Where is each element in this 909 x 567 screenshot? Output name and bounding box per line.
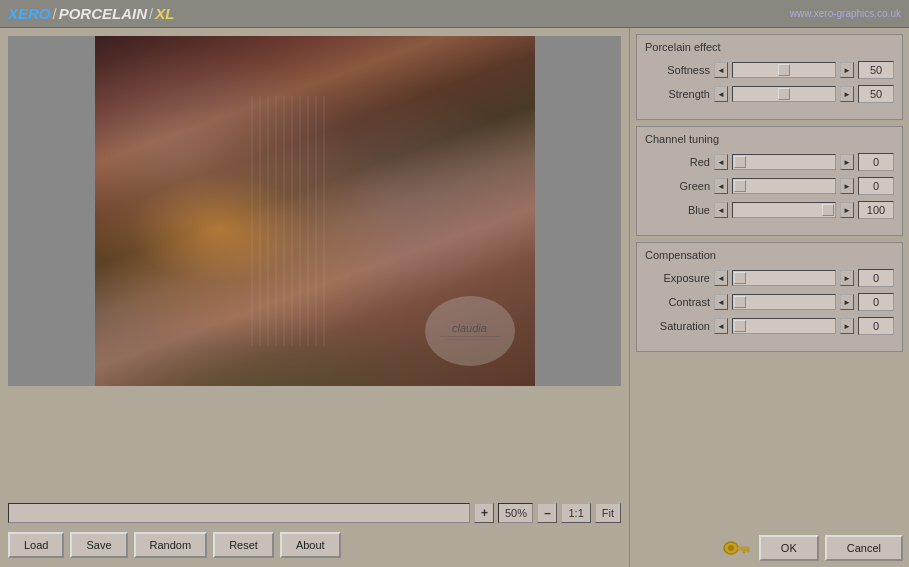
porcelain-effect-section: Porcelain effect Softness ◄ ► 50 Strengt… xyxy=(636,34,903,120)
save-button[interactable]: Save xyxy=(70,532,127,558)
saturation-value: 0 xyxy=(858,317,894,335)
channel-tuning-title: Channel tuning xyxy=(645,133,894,145)
key-icon xyxy=(721,536,753,560)
contrast-row: Contrast ◄ ► 0 xyxy=(645,293,894,311)
zoom-1to1-button[interactable]: 1:1 xyxy=(561,503,590,523)
ok-button[interactable]: OK xyxy=(759,535,819,561)
strength-slider[interactable] xyxy=(732,86,836,102)
zoom-minus-button[interactable]: – xyxy=(537,503,557,523)
contrast-right-arrow[interactable]: ► xyxy=(840,294,854,310)
zoom-controls: + 50% – 1:1 Fit xyxy=(8,501,621,525)
strength-left-arrow[interactable]: ◄ xyxy=(714,86,728,102)
zoom-bar xyxy=(8,503,470,523)
logo-slash2: / xyxy=(149,5,153,22)
softness-left-arrow[interactable]: ◄ xyxy=(714,62,728,78)
logo-xl: XL xyxy=(155,5,174,22)
saturation-right-arrow[interactable]: ► xyxy=(840,318,854,334)
green-left-arrow[interactable]: ◄ xyxy=(714,178,728,194)
saturation-left-arrow[interactable]: ◄ xyxy=(714,318,728,334)
about-button[interactable]: About xyxy=(280,532,341,558)
red-right-arrow[interactable]: ► xyxy=(840,154,854,170)
compensation-section: Compensation Exposure ◄ ► 0 Contrast ◄ ►… xyxy=(636,242,903,352)
softness-label: Softness xyxy=(645,64,710,76)
channel-tuning-section: Channel tuning Red ◄ ► 0 Green ◄ ► 0 xyxy=(636,126,903,236)
exposure-label: Exposure xyxy=(645,272,710,284)
red-left-arrow[interactable]: ◄ xyxy=(714,154,728,170)
contrast-left-arrow[interactable]: ◄ xyxy=(714,294,728,310)
load-button[interactable]: Load xyxy=(8,532,64,558)
logo-xero: XERO xyxy=(8,5,51,22)
compensation-title: Compensation xyxy=(645,249,894,261)
preview-image: claudia xyxy=(95,36,535,386)
svg-point-1 xyxy=(728,545,734,551)
svg-rect-2 xyxy=(737,547,749,550)
strength-label: Strength xyxy=(645,88,710,100)
saturation-slider[interactable] xyxy=(732,318,836,334)
contrast-label: Contrast xyxy=(645,296,710,308)
exposure-left-arrow[interactable]: ◄ xyxy=(714,270,728,286)
watermark: claudia xyxy=(425,296,515,366)
ok-cancel-row: OK Cancel xyxy=(636,535,903,561)
logo-porcelain: PORCELAIN xyxy=(59,5,147,22)
zoom-plus-button[interactable]: + xyxy=(474,503,494,523)
right-panel: Porcelain effect Softness ◄ ► 50 Strengt… xyxy=(629,28,909,567)
exposure-row: Exposure ◄ ► 0 xyxy=(645,269,894,287)
green-row: Green ◄ ► 0 xyxy=(645,177,894,195)
softness-value: 50 xyxy=(858,61,894,79)
preview-container: claudia xyxy=(8,36,621,386)
exposure-right-arrow[interactable]: ► xyxy=(840,270,854,286)
softness-row: Softness ◄ ► 50 xyxy=(645,61,894,79)
cancel-button[interactable]: Cancel xyxy=(825,535,903,561)
green-value: 0 xyxy=(858,177,894,195)
random-button[interactable]: Random xyxy=(134,532,208,558)
saturation-label: Saturation xyxy=(645,320,710,332)
red-value: 0 xyxy=(858,153,894,171)
main-area: claudia + 50% – 1:1 Fit Load Save Random xyxy=(0,28,909,567)
contrast-value: 0 xyxy=(858,293,894,311)
red-slider[interactable] xyxy=(732,154,836,170)
red-label: Red xyxy=(645,156,710,168)
green-slider[interactable] xyxy=(732,178,836,194)
preview-wrapper: claudia xyxy=(8,36,621,495)
left-panel: claudia + 50% – 1:1 Fit Load Save Random xyxy=(0,28,629,567)
logo-slash1: / xyxy=(53,5,57,22)
blue-label: Blue xyxy=(645,204,710,216)
title-bar: XERO / PORCELAIN / XL www.xero-graphics.… xyxy=(0,0,909,28)
exposure-slider[interactable] xyxy=(732,270,836,286)
right-spacer xyxy=(636,358,903,525)
blue-value: 100 xyxy=(858,201,894,219)
softness-slider[interactable] xyxy=(732,62,836,78)
title-url: www.xero-graphics.co.uk xyxy=(790,8,901,19)
softness-right-arrow[interactable]: ► xyxy=(840,62,854,78)
strength-value: 50 xyxy=(858,85,894,103)
green-right-arrow[interactable]: ► xyxy=(840,178,854,194)
porcelain-effect-title: Porcelain effect xyxy=(645,41,894,53)
title-logo: XERO / PORCELAIN / XL xyxy=(8,5,174,22)
blue-right-arrow[interactable]: ► xyxy=(840,202,854,218)
svg-rect-3 xyxy=(743,550,745,553)
blue-slider[interactable] xyxy=(732,202,836,218)
red-row: Red ◄ ► 0 xyxy=(645,153,894,171)
blue-left-arrow[interactable]: ◄ xyxy=(714,202,728,218)
strength-row: Strength ◄ ► 50 xyxy=(645,85,894,103)
contrast-slider[interactable] xyxy=(732,294,836,310)
zoom-value-display: 50% xyxy=(498,503,533,523)
exposure-value: 0 xyxy=(858,269,894,287)
green-label: Green xyxy=(645,180,710,192)
zoom-fit-button[interactable]: Fit xyxy=(595,503,621,523)
saturation-row: Saturation ◄ ► 0 xyxy=(645,317,894,335)
bottom-buttons: Load Save Random Reset About xyxy=(8,531,621,559)
blue-row: Blue ◄ ► 100 xyxy=(645,201,894,219)
svg-rect-4 xyxy=(747,550,749,552)
strength-right-arrow[interactable]: ► xyxy=(840,86,854,102)
reset-button[interactable]: Reset xyxy=(213,532,274,558)
